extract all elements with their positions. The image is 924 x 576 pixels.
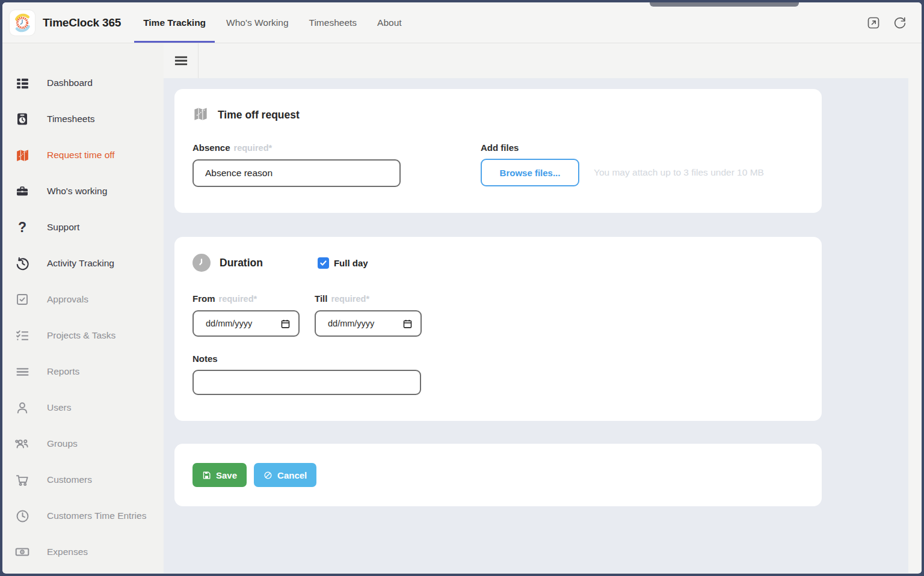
tab-about[interactable]: About: [367, 2, 412, 43]
main-area: Time off request Absencerequired* Add fi…: [164, 78, 922, 573]
files-hint: You may attach up to 3 files under 10 MB: [594, 167, 764, 178]
absence-field-group: Absencerequired*: [192, 142, 401, 187]
full-day-label: Full day: [334, 258, 368, 268]
refresh-icon[interactable]: [893, 16, 907, 30]
briefcase-icon: [14, 183, 30, 199]
time-off-request-card: Time off request Absencerequired* Add fi…: [174, 89, 822, 213]
tab-whos-working[interactable]: Who's Working: [216, 2, 298, 43]
check-icon: [319, 259, 327, 267]
sidebar-item-timesheets[interactable]: Timesheets: [2, 101, 164, 137]
sidebar-item-label: Users: [47, 402, 71, 413]
hamburger-icon: [173, 53, 189, 69]
tab-timesheets[interactable]: Timesheets: [299, 2, 368, 43]
menu-lines-icon: [14, 364, 30, 379]
app-logo: [10, 10, 35, 35]
sidebar-item-dashboard[interactable]: Dashboard: [2, 65, 164, 101]
sidebar-item-label: Customers Time Entries: [47, 510, 146, 521]
checklist-icon: [14, 328, 30, 343]
add-files-label: Add files: [481, 142, 764, 153]
sidebar-item-label: Expenses: [47, 547, 88, 557]
app-body: Dashboard Timesheets Request time off Wh…: [2, 43, 922, 573]
history-icon: [14, 256, 30, 271]
time-off-card-header: Time off request: [192, 106, 804, 124]
sidebar-item-reports[interactable]: Reports: [2, 354, 164, 390]
sidebar-item-support[interactable]: ? Support: [2, 209, 164, 245]
sidebar-item-label: Activity Tracking: [47, 258, 114, 269]
clock-icon: [14, 508, 30, 524]
sidebar-item-projects-tasks[interactable]: Projects & Tasks: [2, 317, 164, 354]
calendar-icon[interactable]: [402, 319, 413, 329]
tab-label: About: [377, 17, 402, 28]
cancel-slash-icon: [263, 471, 273, 480]
absence-required-hint: required*: [234, 143, 273, 153]
punch-clock-icon: [14, 111, 30, 127]
sidebar-item-label: Who's working: [47, 186, 107, 197]
clock-icon: [192, 254, 211, 272]
from-required-hint: required*: [219, 294, 257, 304]
notes-label: Notes: [192, 354, 804, 364]
tab-label: Timesheets: [309, 17, 357, 28]
notes-field-group: Notes: [192, 354, 804, 395]
sidebar-item-expenses[interactable]: Expenses: [2, 534, 164, 570]
map-icon: [192, 106, 209, 124]
sidebar-item-label: Reports: [47, 366, 79, 377]
save-label: Save: [216, 470, 237, 480]
sidebar-item-label: Customers: [47, 474, 92, 485]
sidebar-item-label: Approvals: [47, 294, 88, 305]
content: Time off request Absencerequired* Add fi…: [164, 43, 922, 573]
from-field-group: Fromrequired* dd/mm/yyyy: [192, 293, 300, 337]
sidebar-item-whos-working[interactable]: Who's working: [2, 173, 164, 209]
notes-input[interactable]: [192, 370, 421, 395]
popout-icon[interactable]: [866, 16, 881, 30]
duration-card: Duration Full day Fromrequired*: [174, 237, 822, 421]
tab-label: Who's Working: [226, 17, 288, 28]
save-button[interactable]: Save: [192, 463, 247, 487]
user-icon: [14, 400, 30, 415]
window-top-shadow: [650, 2, 799, 7]
checkbox-icon: [14, 292, 30, 307]
top-nav: Time Tracking Who's Working Timesheets A…: [133, 2, 411, 43]
full-day-checkbox[interactable]: [318, 257, 329, 269]
sidebar-item-label: Dashboard: [47, 78, 93, 88]
content-topbar: [164, 43, 922, 78]
from-label: From: [192, 293, 215, 304]
sidebar-item-customers[interactable]: Customers: [2, 462, 164, 498]
save-disk-icon: [202, 471, 211, 480]
sidebar-item-users[interactable]: Users: [2, 390, 164, 426]
timeclock-logo-icon: [11, 12, 33, 34]
scrollbar-track[interactable]: [908, 78, 922, 573]
dashboard-icon: [14, 75, 30, 91]
absence-reason-input[interactable]: [192, 159, 401, 187]
actions-card: Save Cancel: [174, 444, 822, 506]
calendar-icon[interactable]: [280, 319, 291, 329]
sidebar-item-customers-time-entries[interactable]: Customers Time Entries: [2, 498, 164, 534]
sidebar-item-label: Groups: [47, 438, 78, 449]
banknote-icon: [14, 544, 30, 560]
cancel-button[interactable]: Cancel: [254, 463, 316, 487]
date-placeholder: dd/mm/yyyy: [328, 319, 374, 328]
cart-icon: [14, 472, 30, 488]
sidebar-item-label: Support: [47, 222, 79, 233]
app-window: TimeClock 365 Time Tracking Who's Workin…: [0, 0, 924, 576]
sidebar-item-approvals[interactable]: Approvals: [2, 281, 164, 317]
date-placeholder: dd/mm/yyyy: [206, 319, 252, 328]
from-date-input[interactable]: dd/mm/yyyy: [192, 310, 300, 337]
sidebar-toggle-button[interactable]: [164, 43, 199, 78]
cancel-label: Cancel: [277, 470, 307, 480]
till-label: Till: [315, 293, 327, 304]
duration-card-header: Duration Full day: [192, 254, 804, 272]
till-field-group: Tillrequired* dd/mm/yyyy: [315, 293, 422, 337]
tab-time-tracking[interactable]: Time Tracking: [133, 2, 216, 43]
sidebar-item-request-time-off[interactable]: Request time off: [2, 137, 164, 173]
sidebar-item-label: Request time off: [47, 150, 115, 161]
till-required-hint: required*: [331, 294, 369, 304]
map-icon: [14, 147, 30, 163]
full-day-toggle[interactable]: Full day: [318, 257, 368, 269]
sidebar-item-groups[interactable]: Groups: [2, 426, 164, 462]
group-icon: [14, 436, 30, 452]
sidebar-item-activity-tracking[interactable]: Activity Tracking: [2, 245, 164, 281]
till-date-input[interactable]: dd/mm/yyyy: [315, 310, 422, 337]
add-files-group: Add files Browse files... You may attach…: [481, 142, 764, 187]
question-icon: ?: [14, 219, 30, 235]
browse-files-button[interactable]: Browse files...: [481, 159, 579, 186]
